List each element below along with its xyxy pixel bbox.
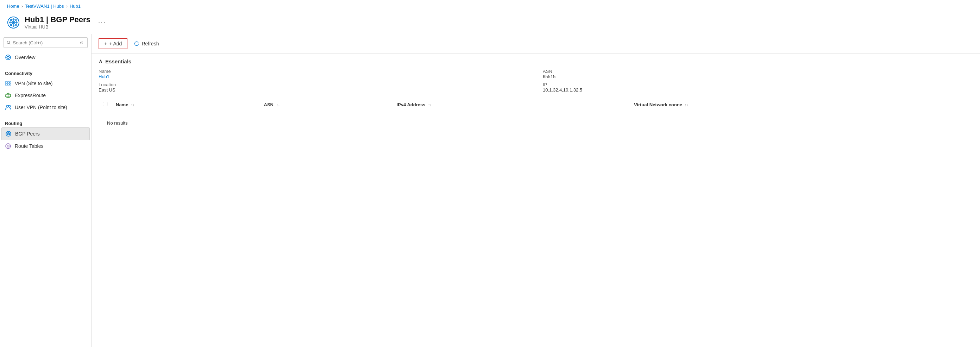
vpn-icon: [5, 80, 11, 87]
sidebar-divider-1: [5, 65, 86, 65]
table-col-asn[interactable]: ASN ↑↓: [260, 98, 393, 111]
sidebar-item-label-expressroute: ExpressRoute: [15, 92, 46, 98]
refresh-label: Refresh: [142, 41, 159, 46]
sidebar-item-label-routetables: Route Tables: [15, 143, 43, 149]
no-results-text: No results: [103, 115, 969, 131]
sort-vnet-icon: ↑↓: [685, 103, 689, 107]
header-text: Hub1 | BGP Peers Virtual HUB: [25, 15, 91, 30]
sort-asn-icon: ↑↓: [276, 103, 280, 107]
bgp-peers-table: Name ↑↓ ASN ↑↓ IPv4 Address ↑↓ Virtual: [99, 98, 973, 135]
sidebar-search-container[interactable]: «: [3, 37, 88, 48]
essentials-name: Name Hub1: [99, 68, 529, 79]
svg-point-9: [7, 56, 9, 59]
col-ipv4-label: IPv4 Address: [397, 102, 426, 107]
sidebar-item-label-overview: Overview: [15, 54, 35, 60]
sidebar-section-connectivity: Connectivity: [0, 67, 91, 78]
essentials-ip-value: 10.1.32.4,10.1.32.5: [543, 87, 973, 92]
essentials-asn-label: ASN: [543, 68, 973, 74]
add-button[interactable]: + + Add: [99, 38, 127, 49]
essentials-ip: IP 10.1.32.4,10.1.32.5: [543, 82, 973, 92]
no-results-row: No results: [99, 111, 973, 135]
table-header: Name ↑↓ ASN ↑↓ IPv4 Address ↑↓ Virtual: [99, 98, 973, 111]
essentials-asn-value: 65515: [543, 74, 973, 79]
breadcrumb-home[interactable]: Home: [7, 3, 19, 9]
svg-point-24: [6, 105, 8, 107]
essentials-location-value: East US: [99, 87, 529, 92]
essentials-header[interactable]: ∧ Essentials: [92, 54, 980, 67]
expressroute-icon: [5, 92, 11, 99]
essentials-title: Essentials: [105, 59, 131, 64]
essentials-asn: ASN 65515: [543, 68, 973, 79]
svg-rect-15: [7, 82, 9, 83]
table-header-checkbox: [99, 98, 111, 111]
sidebar-collapse-button[interactable]: «: [78, 40, 84, 46]
col-vnet-label: Virtual Network conne: [634, 102, 682, 107]
hub-icon: [7, 16, 20, 29]
col-name-label: Name: [116, 102, 128, 107]
page-subtitle: Virtual HUB: [25, 24, 91, 30]
toolbar: + + Add Refresh: [92, 34, 980, 54]
sort-name-icon: ↑↓: [131, 103, 134, 107]
sidebar: « Overview Connectivity: [0, 34, 92, 347]
essentials-name-label: Name: [99, 68, 529, 74]
uservpn-icon: [5, 104, 11, 110]
sidebar-item-label-uservpn: User VPN (Point to site): [15, 105, 67, 110]
more-options-button[interactable]: ···: [98, 18, 106, 26]
sidebar-section-routing: Routing: [0, 116, 91, 127]
add-label: + Add: [109, 41, 122, 46]
essentials-chevron-icon: ∧: [99, 58, 102, 64]
content-area: + + Add Refresh ∧ Essentials Name Hub1: [92, 34, 980, 347]
search-icon: [7, 40, 11, 45]
breadcrumb-testvwan[interactable]: TestVWAN1 | Hubs: [25, 3, 64, 9]
page-title: Hub1 | BGP Peers: [25, 15, 91, 24]
essentials-ip-label: IP: [543, 82, 973, 87]
essentials-grid: Name Hub1 ASN 65515 Location East US IP …: [92, 67, 980, 98]
overview-icon: [5, 54, 11, 61]
sidebar-item-bgppeers[interactable]: BGP Peers: [2, 127, 90, 140]
essentials-name-link[interactable]: Hub1: [99, 74, 110, 79]
table-col-ipv4[interactable]: IPv4 Address ↑↓: [393, 98, 630, 111]
sidebar-item-label-vpn: VPN (Site to site): [15, 81, 52, 86]
essentials-name-value: Hub1: [99, 74, 529, 79]
col-asn-label: ASN: [264, 102, 274, 107]
main-layout: « Overview Connectivity: [0, 34, 980, 347]
table-body: No results: [99, 111, 973, 135]
routetables-icon: [5, 143, 11, 149]
sidebar-item-expressroute[interactable]: ExpressRoute: [0, 89, 91, 101]
svg-line-7: [10, 43, 11, 45]
refresh-button[interactable]: Refresh: [129, 39, 164, 49]
table-wrapper: Name ↑↓ ASN ↑↓ IPv4 Address ↑↓ Virtual: [92, 98, 980, 135]
sidebar-item-label-bgppeers: BGP Peers: [15, 131, 40, 137]
sidebar-item-routetables[interactable]: Route Tables: [0, 140, 91, 152]
svg-point-6: [7, 41, 10, 44]
essentials-location-label: Location: [99, 82, 529, 87]
sidebar-item-uservpn[interactable]: User VPN (Point to site): [0, 101, 91, 113]
table-col-vnet[interactable]: Virtual Network conne ↑↓: [630, 98, 973, 111]
svg-rect-17: [5, 84, 7, 85]
page-header: Hub1 | BGP Peers Virtual HUB ···: [0, 12, 980, 34]
svg-rect-18: [7, 84, 9, 85]
svg-rect-19: [10, 84, 11, 85]
breadcrumb: Home › TestVWAN1 | Hubs › Hub1: [0, 0, 980, 12]
sidebar-item-vpn[interactable]: VPN (Site to site): [0, 78, 91, 89]
svg-rect-16: [10, 82, 11, 83]
svg-rect-14: [5, 82, 7, 83]
add-plus-icon: +: [104, 41, 107, 46]
breadcrumb-hub1[interactable]: Hub1: [70, 3, 81, 9]
essentials-location: Location East US: [99, 82, 529, 92]
table-col-name[interactable]: Name ↑↓: [111, 98, 260, 111]
svg-point-25: [8, 105, 11, 107]
sidebar-search-input[interactable]: [13, 40, 76, 45]
refresh-icon: [134, 41, 139, 46]
sort-ipv4-icon: ↑↓: [428, 103, 431, 107]
sidebar-item-overview[interactable]: Overview: [0, 51, 91, 63]
svg-point-31: [8, 146, 8, 147]
select-all-checkbox[interactable]: [103, 102, 107, 106]
bgp-icon: [5, 131, 12, 137]
